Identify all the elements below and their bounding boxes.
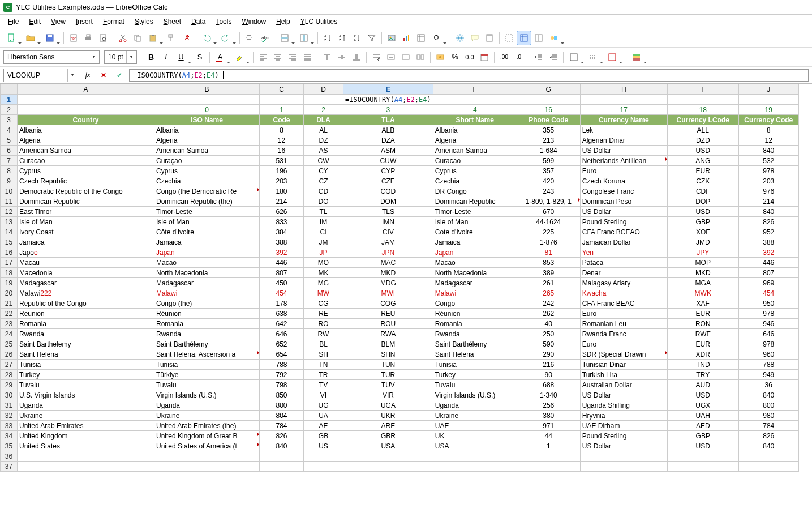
cell-I25[interactable]: EUR bbox=[667, 339, 738, 349]
cell-H2[interactable]: 17 bbox=[580, 105, 667, 115]
cell-B21[interactable]: Congo (the) bbox=[154, 298, 260, 309]
cell-A2[interactable] bbox=[18, 105, 154, 115]
cell-D27[interactable]: TN bbox=[304, 360, 343, 370]
cell-J27[interactable]: 788 bbox=[738, 360, 798, 370]
cell-G30[interactable]: 1-340 bbox=[517, 390, 580, 400]
column-header-D[interactable]: D bbox=[304, 84, 343, 95]
column-header-J[interactable]: J bbox=[738, 84, 798, 95]
cell-B19[interactable]: Madagascar bbox=[154, 278, 260, 288]
spreadsheet-grid[interactable]: ABCDEFGHIJ1=ISOCOUNTRY(A4;E2;E4)20123416… bbox=[0, 84, 812, 500]
row-header-25[interactable]: 25 bbox=[1, 339, 18, 349]
clear-formatting-button[interactable]: A bbox=[179, 31, 194, 45]
column-header-H[interactable]: H bbox=[580, 84, 667, 95]
cell-E5[interactable]: DZA bbox=[343, 135, 433, 146]
cell-D1[interactable] bbox=[304, 95, 343, 105]
cell-F18[interactable]: North Macedonia bbox=[433, 268, 517, 278]
cell-G27[interactable]: 216 bbox=[517, 360, 580, 370]
cell-F26[interactable]: Saint Helena bbox=[433, 349, 517, 360]
cell-B3[interactable]: ISO Name bbox=[154, 115, 260, 125]
cell-I18[interactable]: MKD bbox=[667, 268, 738, 278]
cell-J12[interactable]: 840 bbox=[738, 207, 798, 217]
cell-G28[interactable]: 90 bbox=[517, 370, 580, 380]
row-header-15[interactable]: 15 bbox=[1, 237, 18, 247]
unmerge-cells-button[interactable] bbox=[413, 50, 428, 65]
cell-J8[interactable]: 978 bbox=[738, 166, 798, 176]
cell-C18[interactable]: 807 bbox=[260, 268, 304, 278]
row-header-26[interactable]: 26 bbox=[1, 349, 18, 360]
cell-H17[interactable]: Pataca bbox=[580, 258, 667, 268]
cell-I28[interactable]: TRY bbox=[667, 370, 738, 380]
cell-B11[interactable]: Dominican Republic (the) bbox=[154, 196, 260, 207]
cell-I20[interactable]: MWK bbox=[667, 288, 738, 298]
cell-H37[interactable] bbox=[580, 462, 667, 472]
cell-I30[interactable]: USD bbox=[667, 390, 738, 400]
cell-D24[interactable]: RW bbox=[304, 329, 343, 339]
cell-E21[interactable]: COG bbox=[343, 298, 433, 309]
cell-B35[interactable]: United States of America (t bbox=[154, 441, 260, 451]
cell-H35[interactable]: US Dollar bbox=[580, 441, 667, 451]
cell-G20[interactable]: 265 bbox=[517, 288, 580, 298]
cell-B2[interactable]: 0 bbox=[154, 105, 260, 115]
cell-B27[interactable]: Tunisia bbox=[154, 360, 260, 370]
clone-formatting-button[interactable] bbox=[164, 31, 179, 45]
cell-J2[interactable]: 19 bbox=[738, 105, 798, 115]
cell-A22[interactable]: Reunion bbox=[18, 309, 154, 319]
row-header-16[interactable]: 16 bbox=[1, 247, 18, 258]
cell-B17[interactable]: Macao bbox=[154, 258, 260, 268]
cell-C24[interactable]: 646 bbox=[260, 329, 304, 339]
hyperlink-button[interactable] bbox=[453, 31, 467, 45]
cell-J3[interactable]: Currency Code bbox=[738, 115, 798, 125]
cell-A11[interactable]: Dominican Republic bbox=[18, 196, 154, 207]
cell-A1[interactable] bbox=[18, 95, 154, 105]
cell-D30[interactable]: VI bbox=[304, 390, 343, 400]
cell-B26[interactable]: Saint Helena, Ascension a bbox=[154, 349, 260, 360]
cell-C31[interactable]: 800 bbox=[260, 400, 304, 411]
cell-I8[interactable]: EUR bbox=[667, 166, 738, 176]
cell-F19[interactable]: Madagascar bbox=[433, 278, 517, 288]
cancel-button[interactable]: ✕ bbox=[97, 69, 110, 82]
cell-F35[interactable]: USA bbox=[433, 441, 517, 451]
cell-H22[interactable]: Euro bbox=[580, 309, 667, 319]
cell-A35[interactable]: United States bbox=[18, 441, 154, 451]
cell-B6[interactable]: American Samoa bbox=[154, 146, 260, 156]
align-left-button[interactable] bbox=[256, 50, 270, 65]
menu-format[interactable]: Format bbox=[98, 15, 129, 28]
menu-file[interactable]: File bbox=[3, 15, 23, 28]
cell-J16[interactable]: 392 bbox=[738, 247, 798, 258]
cell-D6[interactable]: AS bbox=[304, 146, 343, 156]
cell-F8[interactable]: Cyprus bbox=[433, 166, 517, 176]
function-wizard-button[interactable]: fx bbox=[81, 69, 94, 82]
cell-F24[interactable]: Rwanda bbox=[433, 329, 517, 339]
cell-G24[interactable]: 250 bbox=[517, 329, 580, 339]
cell-A27[interactable]: Tunisia bbox=[18, 360, 154, 370]
cell-D15[interactable]: JM bbox=[304, 237, 343, 247]
row-header-13[interactable]: 13 bbox=[1, 217, 18, 227]
cell-I31[interactable]: UGX bbox=[667, 400, 738, 411]
cell-G8[interactable]: 357 bbox=[517, 166, 580, 176]
cell-C10[interactable]: 180 bbox=[260, 186, 304, 196]
decrease-indent-button[interactable] bbox=[546, 50, 561, 65]
cell-G21[interactable]: 242 bbox=[517, 298, 580, 309]
cell-B5[interactable]: Algeria bbox=[154, 135, 260, 146]
row-header-11[interactable]: 11 bbox=[1, 196, 18, 207]
row-header-27[interactable]: 27 bbox=[1, 360, 18, 370]
cell-D21[interactable]: CG bbox=[304, 298, 343, 309]
cell-F20[interactable]: Malawi bbox=[433, 288, 517, 298]
cell-G37[interactable] bbox=[517, 462, 580, 472]
cell-E1[interactable]: =ISOCOUNTRY(A4;E2;E4) bbox=[343, 95, 433, 105]
cell-I26[interactable]: XDR bbox=[667, 349, 738, 360]
cell-A37[interactable] bbox=[18, 462, 154, 472]
cell-F17[interactable]: Macao bbox=[433, 258, 517, 268]
formula-input[interactable]: =ISOCOUNTRY(A4;E2;E4) bbox=[129, 69, 809, 82]
cell-I7[interactable]: ANG bbox=[667, 156, 738, 166]
cell-G4[interactable]: 355 bbox=[517, 125, 580, 135]
cell-J9[interactable]: 203 bbox=[738, 176, 798, 186]
row-header-22[interactable]: 22 bbox=[1, 309, 18, 319]
cell-C34[interactable]: 826 bbox=[260, 431, 304, 441]
merge-cells-button[interactable] bbox=[398, 50, 413, 65]
cell-H20[interactable]: Kwacha bbox=[580, 288, 667, 298]
cell-E37[interactable] bbox=[343, 462, 433, 472]
cell-A17[interactable]: Macau bbox=[18, 258, 154, 268]
cell-D22[interactable]: RE bbox=[304, 309, 343, 319]
cell-J30[interactable]: 840 bbox=[738, 390, 798, 400]
